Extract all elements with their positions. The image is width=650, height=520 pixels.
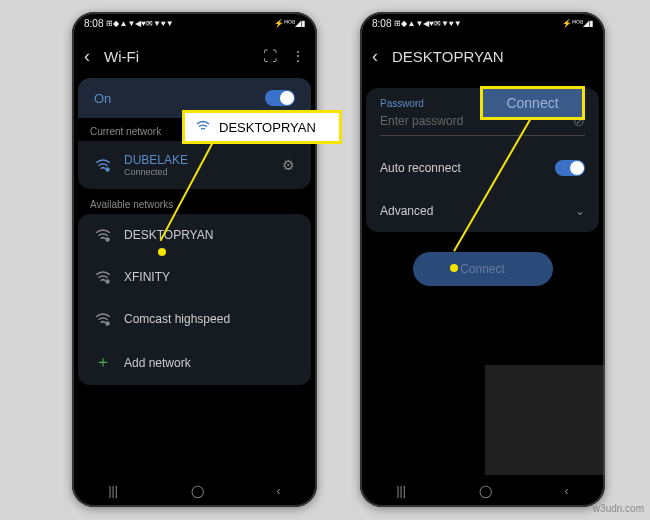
network-name: XFINITY: [124, 270, 295, 284]
header: ‹ DESKTOPRYAN: [360, 34, 605, 78]
header-title: Wi-Fi: [104, 48, 263, 65]
callout-text: DESKTOPRYAN: [219, 120, 316, 135]
recents-icon[interactable]: |||: [396, 484, 405, 498]
back-icon[interactable]: ‹: [372, 46, 378, 67]
home-icon[interactable]: ◯: [479, 484, 492, 498]
current-network[interactable]: DUBELAKE Connected ⚙: [78, 141, 311, 189]
clock: 8:08: [372, 18, 391, 29]
callout-desktopryan: DESKTOPRYAN: [182, 110, 342, 144]
nav-bar: ||| ◯ ‹: [360, 475, 605, 507]
wifi-icon: [195, 118, 211, 137]
svg-point-0: [106, 168, 109, 171]
gear-icon[interactable]: ⚙: [282, 157, 295, 173]
plus-icon: ＋: [94, 352, 112, 373]
callout-text: Connect: [506, 95, 558, 111]
current-network-name: DUBELAKE: [124, 153, 270, 167]
status-icons-right: ⚡ᴹᴼᴮ◢▮: [562, 19, 593, 28]
svg-point-1: [106, 238, 109, 241]
wifi-locked-icon: [94, 156, 112, 174]
status-icons-right: ⚡ᴹᴼᴮ◢▮: [274, 19, 305, 28]
callout-dot: [450, 264, 458, 272]
connect-button[interactable]: Connect: [413, 252, 553, 286]
network-item-comcast[interactable]: Comcast highspeed: [78, 298, 311, 340]
more-icon[interactable]: ⋮: [291, 48, 305, 64]
auto-reconnect-row[interactable]: Auto reconnect: [366, 146, 599, 190]
header: ‹ Wi-Fi ⛶ ⋮: [72, 34, 317, 78]
back-icon[interactable]: ‹: [84, 46, 90, 67]
status-icons-left: ⊞◆▲▼◀♥✉▼♥▼: [106, 19, 173, 28]
header-title: DESKTOPRYAN: [392, 48, 593, 65]
wifi-locked-icon: [94, 226, 112, 244]
watermark: w3udn.com: [593, 503, 644, 514]
wifi-switch-on[interactable]: [265, 90, 295, 106]
clock: 8:08: [84, 18, 103, 29]
wifi-locked-icon: [94, 268, 112, 286]
toggle-label: On: [94, 91, 111, 106]
home-icon[interactable]: ◯: [191, 484, 204, 498]
advanced-row[interactable]: Advanced ⌄: [366, 190, 599, 232]
overlay: [485, 365, 605, 475]
add-network[interactable]: ＋ Add network: [78, 340, 311, 385]
advanced-label: Advanced: [380, 204, 433, 218]
recents-icon[interactable]: |||: [108, 484, 117, 498]
back-nav-icon[interactable]: ‹: [565, 484, 569, 498]
network-name: DESKTOPRYAN: [124, 228, 295, 242]
nav-bar: ||| ◯ ‹: [72, 475, 317, 507]
qr-icon[interactable]: ⛶: [263, 48, 277, 64]
network-name: Comcast highspeed: [124, 312, 295, 326]
auto-reconnect-switch-on[interactable]: [555, 160, 585, 176]
svg-point-3: [106, 322, 109, 325]
network-item-desktopryan[interactable]: DESKTOPRYAN: [78, 214, 311, 256]
phone-left-wifi-list: 8:08 ⊞◆▲▼◀♥✉▼♥▼ ⚡ᴹᴼᴮ◢▮ ‹ Wi-Fi ⛶ ⋮ On Cu…: [72, 12, 317, 507]
svg-point-2: [106, 280, 109, 283]
auto-reconnect-label: Auto reconnect: [380, 161, 461, 175]
available-networks-label: Available networks: [72, 191, 317, 214]
status-bar: 8:08 ⊞◆▲▼◀♥✉▼♥▼ ⚡ᴹᴼᴮ◢▮: [360, 12, 605, 34]
add-network-label: Add network: [124, 356, 295, 370]
network-item-xfinity[interactable]: XFINITY: [78, 256, 311, 298]
wifi-locked-icon: [94, 310, 112, 328]
callout-connect: Connect: [480, 86, 585, 120]
callout-dot: [158, 248, 166, 256]
password-input[interactable]: Enter password: [380, 114, 463, 128]
back-nav-icon[interactable]: ‹: [277, 484, 281, 498]
status-icons-left: ⊞◆▲▼◀♥✉▼♥▼: [394, 19, 461, 28]
status-bar: 8:08 ⊞◆▲▼◀♥✉▼♥▼ ⚡ᴹᴼᴮ◢▮: [72, 12, 317, 34]
chevron-down-icon: ⌄: [575, 204, 585, 218]
